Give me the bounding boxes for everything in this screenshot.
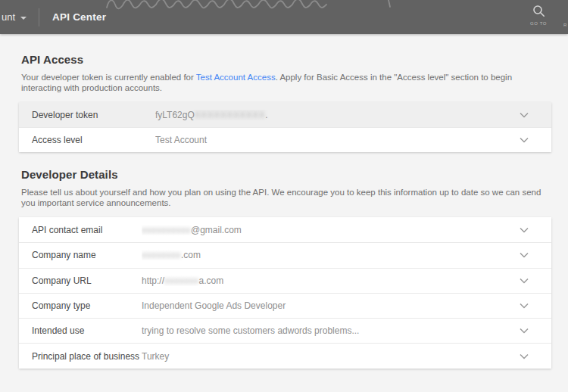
- value-text: fyLT62gQ: [155, 110, 195, 120]
- table-row-api-contact-email[interactable]: API contact email xxxxxxxxxx@gmail.com: [19, 217, 551, 242]
- redacted-value: XXXXXXXXXXX: [195, 110, 266, 120]
- redacted-value: xxxxxxxxxx: [142, 225, 191, 235]
- row-label: Developer token: [32, 110, 155, 120]
- row-value: fyLT62gQXXXXXXXXXXX.: [155, 110, 520, 120]
- developer-details-description: Please tell us about yourself and how yo…: [21, 188, 547, 208]
- value-text: .: [265, 110, 267, 120]
- chevron-down-icon[interactable]: [520, 328, 529, 334]
- redacted-value: xxxxxxxx: [142, 250, 181, 260]
- row-value: http://xxxxxxxa.com: [142, 275, 520, 286]
- search-icon: [532, 5, 545, 17]
- row-value: xxxxxxxxxx@gmail.com: [142, 225, 520, 235]
- row-value: Independent Google Ads Developer: [142, 300, 520, 311]
- row-label: Access level: [32, 135, 155, 145]
- row-label: Intended use: [32, 325, 142, 336]
- table-row-intended-use[interactable]: Intended use trying to resolve some cust…: [19, 318, 551, 343]
- reports-label-truncated: R: [563, 23, 567, 27]
- main-content: API Access Your developer token is curre…: [0, 34, 568, 369]
- row-value: trying to resolve some customers adwords…: [142, 325, 520, 336]
- description-text: Your developer token is currently enable…: [21, 73, 196, 82]
- redacted-value: xxxxxxx: [164, 275, 199, 286]
- chevron-down-icon[interactable]: [520, 278, 529, 284]
- table-row-company-url[interactable]: Company URL http://xxxxxxxa.com: [19, 268, 551, 293]
- table-row-principal-place-of-business[interactable]: Principal place of business Turkey: [19, 343, 551, 368]
- account-selector-dropdown[interactable]: unt: [2, 11, 27, 23]
- value-text: a.com: [199, 275, 224, 286]
- value-text: @gmail.com: [191, 225, 242, 235]
- chevron-down-icon[interactable]: [520, 303, 529, 309]
- table-row-access-level[interactable]: Access level Test Account: [19, 127, 551, 152]
- go-to-search-button[interactable]: GO TO: [521, 5, 556, 26]
- row-label: API contact email: [32, 225, 142, 235]
- value-text: Turkey: [142, 351, 169, 362]
- developer-details-table: API contact email xxxxxxxxxx@gmail.com C…: [19, 217, 551, 369]
- row-label: Company URL: [32, 275, 142, 286]
- api-access-table: Developer token fyLT62gQXXXXXXXXXXX. Acc…: [19, 102, 551, 152]
- chevron-down-icon[interactable]: [520, 137, 529, 143]
- handwritten-scribble-decoration: [105, 0, 396, 10]
- table-row-developer-token[interactable]: Developer token fyLT62gQXXXXXXXXXXX.: [19, 102, 551, 127]
- row-label: Company type: [32, 300, 142, 311]
- value-text: Test Account: [155, 135, 207, 145]
- top-navigation-bar: unt API Center GO TO R: [0, 0, 568, 34]
- row-value: xxxxxxxx.com: [142, 250, 520, 260]
- table-row-company-type[interactable]: Company type Independent Google Ads Deve…: [19, 293, 551, 318]
- row-value: Test Account: [155, 135, 520, 145]
- table-row-company-name[interactable]: Company name xxxxxxxx.com: [19, 242, 551, 267]
- chevron-down-icon[interactable]: [520, 353, 529, 359]
- topbar-divider: [39, 8, 39, 26]
- value-text: trying to resolve some customers adwords…: [142, 325, 359, 336]
- go-to-label: GO TO: [521, 21, 556, 26]
- row-label: Company name: [32, 250, 142, 260]
- test-account-access-link[interactable]: Test Account Access: [196, 73, 276, 82]
- value-text: Independent Google Ads Developer: [142, 300, 286, 311]
- api-access-description: Your developer token is currently enable…: [21, 73, 547, 93]
- row-value: Turkey: [142, 351, 520, 362]
- row-label: Principal place of business: [32, 351, 142, 362]
- page-title: API Center: [52, 11, 106, 23]
- chevron-down-icon[interactable]: [520, 112, 529, 118]
- account-name-truncated: unt: [2, 11, 15, 23]
- value-text: .com: [181, 250, 201, 260]
- chevron-down-icon[interactable]: [520, 252, 529, 258]
- developer-details-heading: Developer Details: [21, 152, 547, 181]
- value-text: http://: [142, 275, 164, 286]
- api-access-heading: API Access: [21, 34, 547, 66]
- api-center-page: unt API Center GO TO R API Access Your d…: [0, 0, 568, 392]
- chevron-down-icon: [20, 17, 27, 20]
- chevron-down-icon[interactable]: [520, 227, 529, 233]
